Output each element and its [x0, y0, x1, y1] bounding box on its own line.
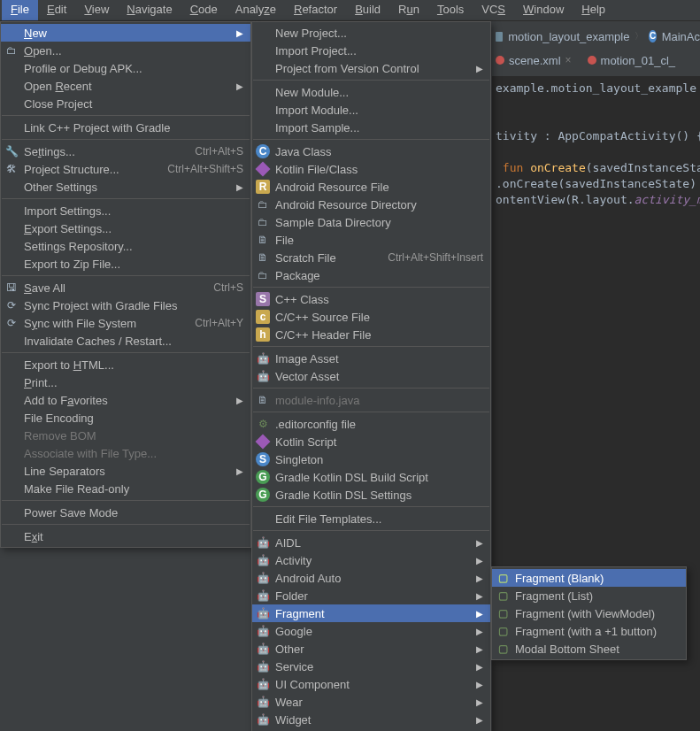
menu-item-image-asset[interactable]: 🤖Image Asset [252, 350, 490, 367]
menu-item-close-project[interactable]: Close Project [1, 95, 250, 112]
menu-item-power-save[interactable]: Power Save Mode [1, 504, 250, 521]
menu-item-fragment-blank[interactable]: ▢Fragment (Blank) [492, 569, 686, 587]
menu-item-android-auto[interactable]: 🤖Android Auto▶ [252, 569, 490, 587]
menu-item-service[interactable]: 🤖Service▶ [252, 658, 490, 675]
menu-item-sync-fs[interactable]: ⟳Sync with File SystemCtrl+Alt+Y [1, 314, 250, 332]
android-icon: 🤖 [256, 589, 270, 603]
menu-item-export-settings[interactable]: Export Settings... [1, 219, 250, 237]
menubar-item-tools[interactable]: Tools [428, 0, 473, 20]
breadcrumb-folder[interactable]: motion_layout_example [508, 30, 629, 43]
menubar-item-help[interactable]: Help [573, 0, 614, 20]
menu-item-settings-repo[interactable]: Settings Repository... [1, 237, 250, 255]
menu-item-modal-bottom-sheet[interactable]: ▢Modal Bottom Sheet [492, 640, 686, 658]
menu-item-project-structure[interactable]: 🛠Project Structure...Ctrl+Alt+Shift+S [1, 160, 250, 178]
menu-item-wear[interactable]: 🤖Wear▶ [252, 693, 490, 711]
menu-item-android-resource-dir[interactable]: 🗀Android Resource Directory [252, 196, 490, 213]
menu-item-add-favorites[interactable]: Add to Favorites▶ [1, 391, 250, 409]
menu-item-scratch[interactable]: 🗎Scratch FileCtrl+Alt+Shift+Insert [252, 249, 490, 266]
android-icon: 🤖 [256, 535, 270, 550]
menu-item-readonly[interactable]: Make File Read-only [1, 480, 250, 497]
menubar-item-file[interactable]: File [2, 0, 38, 20]
menu-item-edit-templates[interactable]: Edit File Templates... [252, 510, 490, 527]
menubar-item-build[interactable]: Build [346, 0, 389, 20]
fragment-icon: ▢ [496, 642, 510, 656]
menu-item-fragment[interactable]: 🤖Fragment▶ [252, 604, 490, 622]
menu-item-other-settings[interactable]: Other Settings▶ [1, 178, 250, 196]
menu-item-import-settings[interactable]: Import Settings... [1, 202, 250, 219]
menu-item-editorconfig[interactable]: ⚙.editorconfig file [252, 415, 490, 433]
menu-item-open[interactable]: 🗀Open... [1, 42, 250, 59]
menu-item-singleton[interactable]: SSingleton [252, 450, 490, 468]
menu-item-kotlin-script[interactable]: Kotlin Script [252, 433, 490, 450]
separator [253, 530, 489, 531]
menu-item-java-class[interactable]: CJava Class [252, 142, 490, 160]
menu-item-open-recent[interactable]: Open Recent▶ [1, 77, 250, 95]
separator [2, 139, 250, 140]
menu-item-ui-component[interactable]: 🤖UI Component▶ [252, 675, 490, 693]
menubar-item-navigate[interactable]: Navigate [118, 0, 181, 20]
gradle-icon: G [256, 470, 270, 484]
menu-item-export-zip[interactable]: Export to Zip File... [1, 255, 250, 273]
close-icon[interactable]: × [565, 54, 572, 66]
cpp-source-icon: c [256, 310, 270, 324]
new-menu: New Project... Import Project... Project… [251, 21, 491, 731]
menubar-item-vcs[interactable]: VCS [473, 0, 514, 20]
menu-item-new-project[interactable]: New Project... [252, 24, 490, 42]
menu-item-android-resource-file[interactable]: RAndroid Resource File [252, 178, 490, 196]
menubar-item-edit[interactable]: Edit [38, 0, 75, 20]
menu-item-widget[interactable]: 🤖Widget▶ [252, 711, 490, 728]
menubar-item-code[interactable]: Code [181, 0, 227, 20]
menu-item-save-all[interactable]: 🖫Save AllCtrl+S [1, 279, 250, 296]
file-icon: 🗎 [256, 233, 270, 247]
menu-item-other[interactable]: 🤖Other▶ [252, 640, 490, 658]
menu-item-sync-gradle[interactable]: ⟳Sync Project with Gradle Files [1, 296, 250, 314]
fragment-icon: ▢ [496, 571, 510, 585]
editor-tab-scene[interactable]: scene.xml × [496, 54, 572, 67]
menu-item-invalidate[interactable]: Invalidate Caches / Restart... [1, 332, 250, 350]
menu-item-export-html[interactable]: Export to HTML... [1, 356, 250, 373]
menu-item-fragment-list[interactable]: ▢Fragment (List) [492, 587, 686, 604]
breadcrumb-class[interactable]: MainAc [662, 30, 700, 43]
menu-item-fragment-plus1[interactable]: ▢Fragment (with a +1 button) [492, 622, 686, 640]
menubar-item-analyze[interactable]: Analyze [227, 0, 285, 20]
menu-item-new-module[interactable]: New Module... [252, 83, 490, 101]
menu-item-import-sample[interactable]: Import Sample... [252, 119, 490, 136]
menu-item-gradle-kts-build[interactable]: GGradle Kotlin DSL Build Script [252, 468, 490, 486]
menu-item-project-from-vcs[interactable]: Project from Version Control▶ [252, 59, 490, 77]
menu-item-profile-apk[interactable]: Profile or Debug APK... [1, 59, 250, 77]
menubar-item-refactor[interactable]: Refactor [285, 0, 346, 20]
menu-item-fragment-viewmodel[interactable]: ▢Fragment (with ViewModel) [492, 604, 686, 622]
menu-item-link-cpp[interactable]: Link C++ Project with Gradle [1, 119, 250, 136]
menu-item-file[interactable]: 🗎File [252, 231, 490, 249]
menu-item-cpp-class[interactable]: SC++ Class [252, 290, 490, 308]
menu-item-package[interactable]: 🗀Package [252, 266, 490, 284]
package-icon: 🗀 [256, 268, 270, 282]
menu-item-file-encoding[interactable]: File Encoding [1, 409, 250, 427]
menu-item-cpp-source[interactable]: cC/C++ Source File [252, 308, 490, 326]
android-icon: 🤖 [256, 695, 270, 709]
menu-item-import-module[interactable]: Import Module... [252, 101, 490, 119]
menu-item-print[interactable]: Print... [1, 373, 250, 391]
menu-item-import-project[interactable]: Import Project... [252, 42, 490, 59]
editor-tab-motion[interactable]: motion_01_cl_ [588, 54, 676, 67]
menu-item-new[interactable]: New▶ [1, 24, 250, 42]
menu-item-settings[interactable]: 🔧Settings...Ctrl+Alt+S [1, 142, 250, 160]
menu-item-sample-data-dir[interactable]: 🗀Sample Data Directory [252, 213, 490, 231]
menubar-item-window[interactable]: Window [514, 0, 573, 20]
sync-icon: ⟳ [4, 298, 19, 312]
chevron-right-icon: 〉 [635, 30, 643, 42]
sync-icon: ⟳ [4, 316, 19, 330]
menu-item-cpp-header[interactable]: hC/C++ Header File [252, 326, 490, 343]
menu-item-gradle-kts-settings[interactable]: GGradle Kotlin DSL Settings [252, 486, 490, 504]
menu-item-exit[interactable]: Exit [1, 527, 250, 545]
menubar-item-run[interactable]: Run [389, 0, 428, 20]
menubar-item-view[interactable]: View [75, 0, 118, 20]
menu-item-aidl[interactable]: 🤖AIDL▶ [252, 534, 490, 551]
menu-item-kotlin-file[interactable]: Kotlin File/Class [252, 160, 490, 178]
resource-file-icon: R [256, 180, 270, 194]
menu-item-google[interactable]: 🤖Google▶ [252, 622, 490, 640]
menu-item-line-separators[interactable]: Line Separators▶ [1, 462, 250, 480]
menu-item-activity[interactable]: 🤖Activity▶ [252, 551, 490, 569]
menu-item-folder[interactable]: 🤖Folder▶ [252, 587, 490, 604]
menu-item-vector-asset[interactable]: 🤖Vector Asset [252, 367, 490, 385]
